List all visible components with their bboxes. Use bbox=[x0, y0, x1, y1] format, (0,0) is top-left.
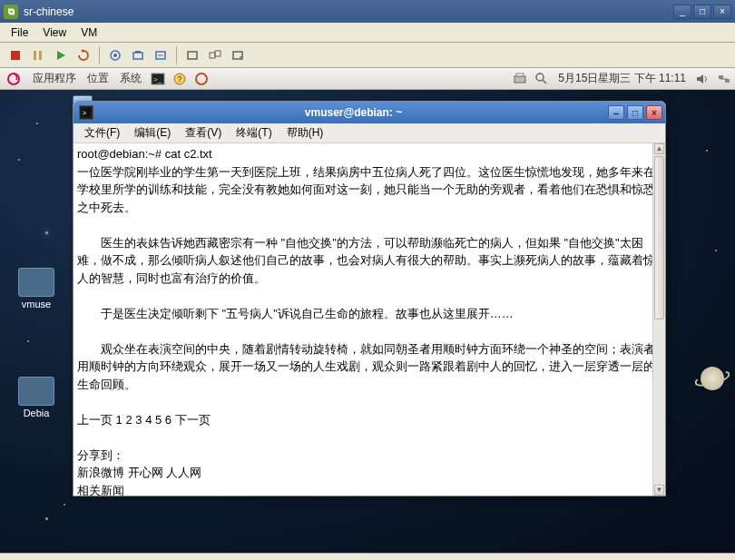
terminal-menubar: 文件(F) 编辑(E) 查看(V) 终端(T) 帮助(H) bbox=[74, 123, 665, 143]
terminal-close-button[interactable]: × bbox=[646, 105, 662, 120]
svg-rect-11 bbox=[210, 53, 215, 58]
terminal-output-pager: 上一页 1 2 3 4 5 6 下一页 bbox=[77, 411, 658, 429]
scroll-up-button[interactable]: ▲ bbox=[654, 143, 664, 154]
svg-marker-3 bbox=[57, 51, 65, 60]
terminal-menu-view[interactable]: 查看(V) bbox=[178, 123, 229, 142]
svg-line-24 bbox=[543, 80, 546, 84]
system-menu[interactable]: 系统 bbox=[114, 71, 147, 86]
folder-icon bbox=[18, 268, 54, 297]
terminal-menu-terminal[interactable]: 终端(T) bbox=[229, 123, 279, 142]
svg-text:>: > bbox=[83, 110, 86, 116]
debian-logo-icon[interactable] bbox=[5, 71, 22, 87]
svg-rect-21 bbox=[514, 76, 525, 83]
printer-tray-icon[interactable] bbox=[511, 70, 529, 88]
gnome-panel: 应用程序 位置 系统 >_ ? 5月15日星期三 下午 11:11 bbox=[0, 68, 735, 90]
vmware-menubar: File View VM bbox=[0, 23, 735, 43]
menu-vm[interactable]: VM bbox=[74, 25, 104, 41]
stop-button[interactable] bbox=[5, 45, 25, 65]
svg-rect-27 bbox=[725, 79, 730, 83]
panel-clock[interactable]: 5月15日星期三 下午 11:11 bbox=[553, 71, 691, 86]
star-icon bbox=[45, 231, 48, 234]
guest-desktop: 应用程序 位置 系统 >_ ? 5月15日星期三 下午 11:11 vmuse … bbox=[0, 68, 735, 560]
svg-rect-1 bbox=[34, 51, 36, 60]
terminal-output-para: 观众坐在表演空间的中央，随着剧情转动旋转椅，就如同朝圣者用顺时钟方面环绕一个神圣… bbox=[77, 340, 658, 394]
terminal-launcher-icon[interactable]: >_ bbox=[149, 70, 167, 88]
terminal-window: > vmuser@debian: ~ ‒ □ × 文件(F) 编辑(E) 查看(… bbox=[73, 101, 666, 496]
terminal-body[interactable]: root@debian:~# cat c2.txt 一位医学院刚毕业的学生第一天… bbox=[74, 143, 665, 496]
svg-point-23 bbox=[536, 74, 544, 81]
svg-text:>_: >_ bbox=[153, 75, 162, 84]
terminal-output-share-label: 分享到： bbox=[77, 447, 658, 465]
star-icon bbox=[18, 159, 20, 161]
vmware-window-buttons: _ □ × bbox=[673, 5, 731, 19]
drive-icon bbox=[18, 377, 54, 406]
terminal-prompt-line: root@debian:~# cat c2.txt bbox=[77, 145, 658, 163]
planet-icon bbox=[694, 360, 730, 397]
terminal-output-para: 于是医生决定倾听剩下 "五号病人"诉说自己生命的旅程。故事也从这里展开…… bbox=[77, 305, 658, 323]
network-tray-icon[interactable] bbox=[715, 70, 733, 88]
terminal-menu-file[interactable]: 文件(F) bbox=[77, 123, 127, 142]
terminal-titlebar[interactable]: > vmuser@debian: ~ ‒ □ × bbox=[74, 102, 665, 123]
terminal-output-para: 一位医学院刚毕业的学生第一天到医院上班，结果病房中五位病人死了四位。这位医生惊慌… bbox=[77, 163, 658, 217]
svg-point-14 bbox=[240, 56, 241, 58]
maximize-button[interactable]: □ bbox=[693, 5, 711, 19]
desktop-icon-vmuser[interactable]: vmuse bbox=[9, 268, 64, 309]
svg-text:?: ? bbox=[178, 74, 182, 84]
places-menu[interactable]: 位置 bbox=[82, 71, 114, 86]
volume-tray-icon[interactable] bbox=[693, 70, 711, 88]
svg-point-6 bbox=[113, 54, 117, 57]
vmware-titlebar: ⧉ sr-chinese _ □ × bbox=[0, 0, 735, 23]
vmware-title: sr-chinese bbox=[24, 5, 74, 18]
terminal-menu-help[interactable]: 帮助(H) bbox=[279, 123, 331, 142]
play-button[interactable] bbox=[51, 45, 71, 65]
reset-button[interactable] bbox=[74, 45, 93, 65]
svg-rect-12 bbox=[215, 51, 220, 56]
desktop-icon-debian[interactable]: Debia bbox=[9, 377, 64, 418]
star-icon bbox=[706, 150, 708, 152]
svg-marker-4 bbox=[81, 49, 83, 53]
terminal-maximize-button[interactable]: □ bbox=[627, 105, 643, 120]
svg-rect-0 bbox=[11, 51, 20, 60]
snapshot-manager-button[interactable] bbox=[128, 45, 148, 65]
star-icon bbox=[36, 123, 38, 124]
svg-rect-2 bbox=[39, 51, 42, 60]
applications-menu[interactable]: 应用程序 bbox=[27, 71, 82, 86]
svg-rect-10 bbox=[188, 52, 197, 59]
svg-point-15 bbox=[8, 74, 19, 84]
app-launcher-icon[interactable] bbox=[192, 70, 211, 88]
search-tray-icon[interactable] bbox=[533, 70, 551, 88]
help-launcher-icon[interactable]: ? bbox=[171, 70, 189, 88]
vmware-toolbar bbox=[0, 43, 735, 68]
fullscreen-button[interactable] bbox=[182, 45, 202, 65]
svg-rect-22 bbox=[516, 74, 524, 76]
svg-rect-7 bbox=[133, 53, 142, 59]
star-icon bbox=[27, 340, 29, 342]
snapshot-button[interactable] bbox=[105, 45, 125, 65]
terminal-output-share-sites: 新浪微博 开心网 人人网 bbox=[77, 464, 658, 482]
menu-file[interactable]: File bbox=[4, 25, 35, 41]
scrollbar-thumb[interactable] bbox=[654, 156, 664, 319]
menu-view[interactable]: View bbox=[35, 25, 74, 41]
terminal-scrollbar[interactable]: ▲ ▼ bbox=[652, 143, 665, 496]
desktop-icon-label: Debia bbox=[24, 408, 50, 418]
revert-button[interactable] bbox=[151, 45, 171, 65]
minimize-button[interactable]: _ bbox=[673, 5, 691, 19]
terminal-output-para: 医生的表妹告诉她西藏密宗有一种 "自他交换"的方法，可以帮助濒临死亡的病人，但如… bbox=[77, 234, 658, 288]
console-button[interactable] bbox=[228, 45, 248, 65]
pause-button[interactable] bbox=[28, 45, 48, 65]
unity-button[interactable] bbox=[205, 45, 225, 65]
vmware-icon: ⧉ bbox=[4, 5, 18, 19]
terminal-title: vmuser@debian: ~ bbox=[99, 106, 608, 119]
svg-marker-25 bbox=[697, 74, 703, 84]
star-icon bbox=[64, 504, 65, 506]
terminal-icon: > bbox=[79, 105, 93, 120]
star-icon bbox=[45, 517, 48, 520]
terminal-menu-edit[interactable]: 编辑(E) bbox=[127, 123, 178, 142]
star-icon bbox=[715, 250, 717, 251]
vmware-statusbar bbox=[0, 553, 735, 560]
svg-rect-8 bbox=[135, 51, 141, 53]
close-button[interactable]: × bbox=[713, 5, 731, 19]
svg-rect-26 bbox=[719, 75, 723, 79]
terminal-minimize-button[interactable]: ‒ bbox=[608, 105, 624, 120]
scroll-down-button[interactable]: ▼ bbox=[654, 485, 664, 496]
